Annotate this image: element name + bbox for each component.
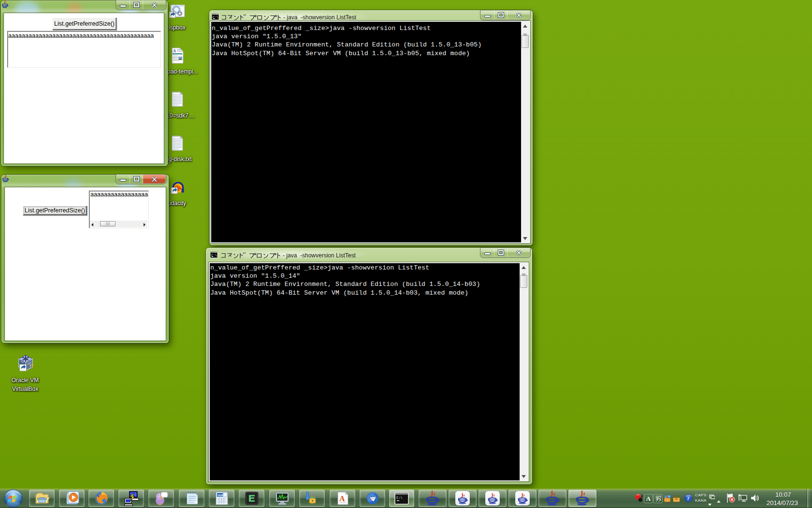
svg-text:A: A bbox=[173, 48, 176, 53]
svg-text:A: A bbox=[339, 494, 345, 503]
svg-text:?: ? bbox=[687, 495, 690, 501]
svg-text:ODF: ODF bbox=[218, 494, 224, 497]
svg-text:C:\: C:\ bbox=[396, 496, 403, 500]
